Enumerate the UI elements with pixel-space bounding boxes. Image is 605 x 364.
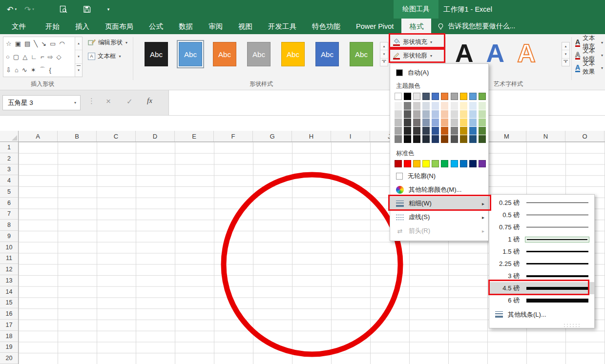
row-header-12[interactable]: 12	[0, 264, 18, 275]
shape-glyph[interactable]: ⇩	[6, 66, 11, 74]
shape-style-preset-4[interactable]: Abc	[247, 42, 271, 66]
shape-glyph[interactable]: ⌒	[40, 66, 46, 75]
weight-option-1.5 磅[interactable]: 1.5 磅	[489, 245, 594, 258]
theme-variant-swatch-#F4B183[interactable]	[441, 119, 448, 126]
tab-页面布局[interactable]: 页面布局	[97, 19, 141, 34]
theme-variant-swatch-#7F6000[interactable]	[460, 135, 467, 143]
weight-option-4.5 磅[interactable]: 4.5 磅	[489, 282, 594, 294]
column-header-G[interactable]: G	[253, 131, 292, 142]
print-preview-button[interactable]	[60, 5, 67, 13]
tab-数据[interactable]: 数据	[171, 19, 201, 34]
column-header-A[interactable]: A	[19, 131, 58, 142]
theme-color-swatch-#70AD47[interactable]	[479, 93, 486, 100]
scroll-down-button[interactable]: ▾	[562, 50, 569, 58]
theme-variant-swatch-#D0CECE[interactable]	[413, 102, 420, 110]
customize-qat-button[interactable]: ▾	[107, 7, 110, 12]
theme-variant-swatch-#0C0C0C[interactable]	[404, 135, 411, 143]
row-header-16[interactable]: 16	[0, 308, 18, 320]
theme-variant-swatch-#FBE5D5[interactable]	[441, 102, 448, 110]
cancel-icon[interactable]: ×	[106, 97, 111, 106]
theme-color-swatch-#E7E6E6[interactable]	[413, 93, 420, 100]
theme-variant-swatch-#262626[interactable]	[404, 127, 411, 135]
tab-Power Pivot[interactable]: Power Pivot	[348, 19, 401, 34]
theme-color-swatch-#5B9BD5[interactable]	[469, 93, 477, 100]
theme-variant-swatch-#8496B0[interactable]	[422, 119, 430, 126]
menu-item-no-outline[interactable]: 无轮廓(N)	[390, 169, 488, 183]
shape-glyph[interactable]: △	[22, 53, 27, 61]
scroll-down-button[interactable]: ▾	[380, 50, 388, 58]
theme-variant-swatch-#9CC2E5[interactable]	[469, 119, 477, 126]
shape-glyph[interactable]: ∟	[31, 53, 37, 61]
theme-color-swatch-#FFFFFF[interactable]	[395, 93, 402, 100]
theme-variant-swatch-#AEABAB[interactable]	[413, 110, 420, 118]
resize-grip[interactable]	[563, 323, 580, 327]
theme-variant-swatch-#3F3F3F[interactable]	[404, 119, 411, 126]
column-header-I[interactable]: I	[331, 131, 370, 142]
theme-variant-swatch-#222A35[interactable]	[422, 135, 430, 143]
theme-variant-swatch-#7F7F7F[interactable]	[395, 135, 402, 143]
theme-variant-swatch-#595959[interactable]	[404, 110, 411, 118]
shape-glyph[interactable]: ↘	[41, 40, 46, 47]
tab-视图[interactable]: 视图	[230, 19, 260, 34]
theme-variant-swatch-#7F7F7F[interactable]	[404, 102, 411, 110]
theme-variant-swatch-#FFF2CC[interactable]	[460, 102, 467, 110]
theme-variant-swatch-#2F5597[interactable]	[432, 127, 439, 135]
standard-color-swatch-#0070C0[interactable]	[460, 160, 467, 167]
shape-glyph[interactable]: ◇	[56, 53, 61, 61]
chevron-down-icon[interactable]: ▾	[70, 101, 80, 105]
theme-variant-swatch-#B4C7E7[interactable]	[432, 110, 439, 118]
row-header-17[interactable]: 17	[0, 320, 18, 331]
shape-glyph[interactable]: ╲	[34, 40, 38, 47]
scroll-up-button[interactable]: ▴	[380, 42, 388, 50]
menu-item-more-lines[interactable]: 其他线条(L)...	[489, 308, 594, 321]
standard-color-swatch-#7030A0[interactable]	[479, 160, 486, 167]
theme-variant-swatch-#C9C9C9[interactable]	[451, 119, 458, 126]
column-header-H[interactable]: H	[292, 131, 331, 142]
weight-option-0.5 磅[interactable]: 0.5 磅	[489, 209, 594, 221]
weight-option-3 磅[interactable]: 3 磅	[489, 270, 594, 282]
gallery-more-button[interactable]: ▾	[380, 59, 388, 66]
theme-variant-swatch-#C55A11[interactable]	[441, 127, 448, 135]
shape-glyph[interactable]: ▤	[24, 40, 30, 47]
column-header-B[interactable]: B	[58, 131, 97, 142]
column-header-E[interactable]: E	[175, 131, 214, 142]
gallery-more-button[interactable]: ▾	[75, 64, 82, 77]
row-header-3[interactable]: 3	[0, 164, 18, 176]
column-header-O[interactable]: O	[565, 131, 605, 142]
gallery-more-button[interactable]: ▾	[562, 59, 569, 66]
shape-style-preset-1[interactable]: Abc	[145, 42, 168, 66]
theme-variant-swatch-#538135[interactable]	[479, 127, 486, 135]
formula-bar-splitter[interactable]: ⋮	[88, 97, 95, 105]
row-header-5[interactable]: 5	[0, 186, 18, 198]
theme-variant-swatch-#E2EFD9[interactable]	[479, 102, 486, 110]
tab-公式[interactable]: 公式	[141, 19, 171, 34]
formula-input[interactable]	[168, 90, 605, 115]
weight-option-2.25 磅[interactable]: 2.25 磅	[489, 258, 594, 270]
menu-item-automatic[interactable]: 自动(A)	[390, 66, 488, 80]
row-header-13[interactable]: 13	[0, 275, 18, 286]
shape-glyph[interactable]: ⌐	[41, 53, 44, 61]
theme-variant-swatch-#FFD965[interactable]	[460, 119, 467, 126]
theme-variant-swatch-#D8D8D8[interactable]	[395, 110, 402, 118]
shape-glyph[interactable]: ▭	[50, 40, 56, 47]
shape-style-preset-6[interactable]: Abc	[315, 42, 339, 66]
undo-button[interactable]: ↶▾	[7, 5, 17, 14]
standard-color-swatch-#C00000[interactable]	[395, 160, 402, 167]
shape-style-preset-5[interactable]: Abc	[281, 42, 305, 66]
theme-variant-swatch-#8FAADC[interactable]	[432, 119, 439, 126]
tab-审阅[interactable]: 审阅	[201, 19, 230, 34]
shape-glyph[interactable]: ✶	[31, 66, 36, 74]
standard-color-swatch-#FFFF00[interactable]	[422, 160, 430, 167]
menu-item-dashes[interactable]: 虚线(S) ▸	[390, 210, 488, 224]
theme-variant-swatch-#BF9000[interactable]	[460, 127, 467, 135]
tab-开始[interactable]: 开始	[38, 19, 67, 34]
row-header-4[interactable]: 4	[0, 175, 18, 186]
column-header-N[interactable]: N	[526, 131, 565, 142]
row-header-7[interactable]: 7	[0, 209, 18, 220]
standard-color-swatch-#FFC000[interactable]	[413, 160, 420, 167]
shape-glyph[interactable]: ▣	[15, 40, 21, 47]
menu-item-arrows[interactable]: ⇄ 箭头(R) ▸	[390, 224, 488, 238]
theme-variant-swatch-#FFE599[interactable]	[460, 110, 467, 118]
row-header-8[interactable]: 8	[0, 220, 18, 231]
theme-variant-swatch-#375623[interactable]	[479, 135, 486, 143]
